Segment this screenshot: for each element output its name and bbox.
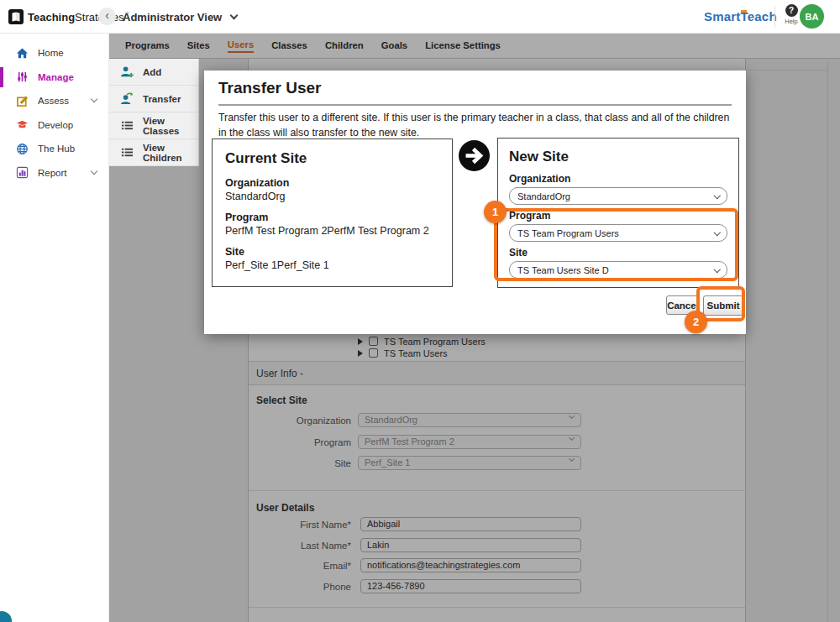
sidebar-item-label: Home [38,48,64,58]
transfer-arrow-icon [459,140,490,171]
sidebar-item-label: Report [38,168,67,178]
list-icon [120,119,134,132]
sidebar-item-report[interactable]: Report [0,161,108,186]
menu-item-label: View Classes [143,116,198,136]
sidebar-item-assess[interactable]: Assess [0,89,108,113]
smartteach-t: T [741,9,748,24]
modal-title: Transfer User [218,79,322,97]
hub-globe-icon [16,143,29,155]
field-label: Organization [225,177,439,189]
smartteach-pre: Smart [704,9,741,24]
app-screen: TeachingStrategies™ ‹ Administrator View… [0,0,840,622]
menu-item-view-classes[interactable]: View Classes [109,112,198,139]
admin-view-label: Administrator View [123,11,222,24]
report-icon [16,166,29,179]
sidebar-item-develop[interactable]: Develop [0,113,108,138]
field-value: StandardOrg [225,191,439,202]
smartteach-logo: SmartTeach [704,9,777,24]
chevron-down-icon [91,168,97,175]
menu-item-label: View Children [143,143,198,163]
admin-view-dropdown[interactable]: Administrator View [123,11,237,24]
modal-description: Transfer this user to a different site. … [218,111,732,141]
menu-item-transfer[interactable]: Transfer [109,86,198,112]
menu-item-add[interactable]: Add [109,59,198,86]
sidebar-item-home[interactable]: Home [0,41,108,65]
list-icon [120,146,134,159]
sidebar-item-label: Assess [38,96,69,106]
field-value: Perf_Site 1Perf_Site 1 [225,259,439,271]
menu-item-label: Add [143,67,161,77]
menu-item-view-children[interactable]: View Children [109,139,198,166]
assess-icon [16,95,29,107]
field-label: Site [225,246,439,258]
menu-item-label: Transfer [143,94,181,104]
current-site-title: Current Site [225,150,439,167]
home-icon [16,47,29,60]
annotation-step-1: 1 [484,201,507,223]
chevron-down-icon [230,12,239,20]
sidebar-item-label: Develop [38,120,73,130]
develop-icon [16,118,29,131]
new-organization-select[interactable]: StandardOrg [509,187,727,205]
brand-bold: Teaching [28,11,75,24]
back-button[interactable]: ‹ [98,8,116,25]
annotation-step-2: 2 [685,311,707,333]
top-header: TeachingStrategies™ ‹ Administrator View… [0,0,840,34]
field-value: PerfM Test Program 2PerfM Test Program 2 [225,225,439,237]
chevron-down-icon [713,192,720,199]
sidebar: Home Manage Assess Develop The Hub Repor… [0,34,109,622]
field-label: Organization [509,173,727,185]
add-user-icon [120,65,134,78]
select-value: StandardOrg [517,191,570,201]
header-divider [774,7,775,28]
teachingstrategies-logo-icon [8,9,24,24]
manage-icon [16,71,29,83]
chevron-down-icon [91,96,97,102]
transfer-user-icon [120,92,134,105]
avatar[interactable]: BA [800,4,824,29]
sidebar-item-manage[interactable]: Manage [0,65,108,90]
modal-title-divider [218,104,732,106]
smartteach-post: each [748,9,777,24]
new-site-title: New Site [509,149,727,165]
help-icon: ? [785,4,798,17]
help-button[interactable]: ? Help [781,4,801,25]
transfer-user-modal: Transfer User Transfer this user to a di… [204,71,746,334]
field-label: Program [225,212,439,223]
sidebar-item-the-hub[interactable]: The Hub [0,137,108,161]
sidebar-item-label: Manage [38,72,74,82]
current-site-box: Current Site Organization StandardOrg Pr… [212,139,453,287]
annotation-highlight-1 [494,208,738,281]
sidebar-item-label: The Hub [38,144,75,154]
users-action-menu: Add Transfer View Classes View Children [109,59,199,166]
help-label: Help [781,18,801,25]
